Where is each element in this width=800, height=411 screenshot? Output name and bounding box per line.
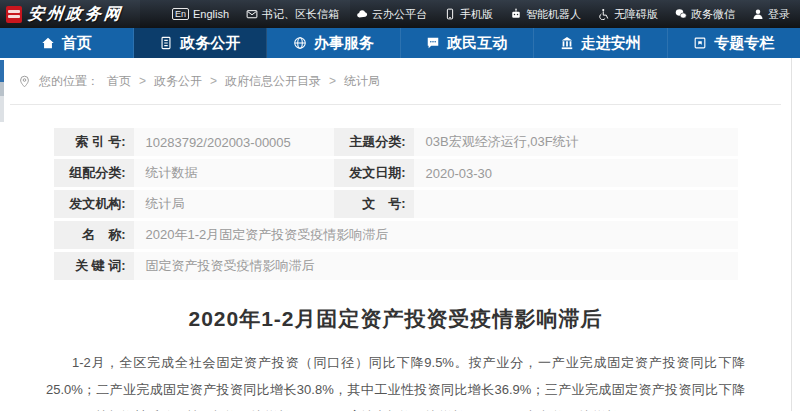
top-link-wechat[interactable]: 政务微信: [675, 7, 735, 22]
site-logo[interactable]: 安州政务网: [6, 4, 123, 25]
field-label: 名 称:: [54, 221, 134, 249]
page-body: 您的位置： 首页 > 政务公开 > 政府信息公开目录 > 统计局 索 引 号: …: [0, 58, 792, 411]
breadcrumb: 您的位置： 首页 > 政务公开 > 政府信息公开目录 > 统计局: [0, 58, 791, 104]
top-link-mailbox[interactable]: 书记、区长信箱: [246, 7, 339, 22]
nav-item-about-anzhou[interactable]: 走进安州: [534, 28, 668, 58]
field-value: 固定资产投资受疫情影响滞后: [134, 252, 738, 280]
table-row: 组配分类: 统计数据 发文日期: 2020-03-30: [54, 159, 738, 187]
field-value: 03B宏观经济运行,03F统计: [414, 128, 738, 156]
field-value: 统计数据: [134, 159, 334, 187]
breadcrumb-home[interactable]: 首页: [107, 73, 131, 90]
field-label: 发文日期:: [334, 159, 414, 187]
nav-item-special-columns[interactable]: 专题专栏: [668, 28, 800, 58]
mail-icon: [246, 8, 258, 20]
breadcrumb-gov-disclosure[interactable]: 政务公开: [154, 73, 202, 90]
breadcrumb-info-catalog[interactable]: 政府信息公开目录: [225, 73, 321, 90]
top-link-cloud-office[interactable]: 云办公平台: [356, 7, 427, 22]
home-icon: [41, 36, 55, 50]
field-label: 关 键 词:: [54, 252, 134, 280]
robot-icon: [510, 8, 522, 20]
top-link-mobile[interactable]: 手机版: [444, 7, 493, 22]
main-nav: 首页 政务公开 办事服务 政民互动 走进安州 专题专栏: [0, 28, 800, 58]
top-link-english[interactable]: En English: [172, 8, 229, 20]
info-table: 索 引 号: 10283792/202003-00005 主题分类: 03B宏观…: [54, 125, 738, 283]
top-link-robot[interactable]: 智能机器人: [510, 7, 581, 22]
field-label: 组配分类:: [54, 159, 134, 187]
phone-icon: [444, 8, 456, 20]
location-pin-icon: [18, 75, 31, 88]
field-value: [414, 190, 738, 218]
top-link-login[interactable]: 登录: [752, 7, 790, 22]
site-logo-text: 安州政务网: [27, 4, 124, 25]
banner-icon: [693, 36, 707, 50]
top-links: En English 书记、区长信箱 云办公平台 手机版 智能机器人 无障碍版 …: [172, 7, 790, 22]
article-card: 索 引 号: 10283792/202003-00005 主题分类: 03B宏观…: [10, 104, 781, 411]
user-icon: [752, 8, 764, 20]
nav-item-gov-disclosure[interactable]: 政务公开: [134, 28, 268, 58]
landmark-icon: [560, 36, 574, 50]
top-utility-bar: 安州政务网 En English 书记、区长信箱 云办公平台 手机版 智能机器人…: [0, 0, 800, 28]
chat-icon: [426, 36, 440, 50]
table-row: 索 引 号: 10283792/202003-00005 主题分类: 03B宏观…: [54, 128, 738, 156]
breadcrumb-prefix: 您的位置：: [39, 73, 99, 90]
left-edge-widget: [0, 60, 4, 122]
logo-badge-icon: [6, 6, 22, 23]
article-title: 2020年1-2月固定资产投资受疫情影响滞后: [10, 305, 781, 333]
accessibility-icon: [598, 8, 610, 20]
breadcrumb-statistics-bureau[interactable]: 统计局: [344, 73, 380, 90]
wechat-icon: [675, 8, 687, 20]
table-row: 关 键 词: 固定资产投资受疫情影响滞后: [54, 252, 738, 280]
field-value: 2020年1-2月固定资产投资受疫情影响滞后: [134, 221, 738, 249]
field-label: 发文机构:: [54, 190, 134, 218]
field-label: 主题分类:: [334, 128, 414, 156]
document-icon: [159, 36, 173, 50]
nav-item-home[interactable]: 首页: [0, 28, 134, 58]
field-value: 统计局: [134, 190, 334, 218]
table-row: 发文机构: 统计局 文 号:: [54, 190, 738, 218]
top-link-accessible[interactable]: 无障碍版: [598, 7, 658, 22]
table-row: 名 称: 2020年1-2月固定资产投资受疫情影响滞后: [54, 221, 738, 249]
field-label: 索 引 号:: [54, 128, 134, 156]
nav-item-interaction[interactable]: 政民互动: [401, 28, 535, 58]
field-value: 10283792/202003-00005: [134, 128, 334, 156]
en-icon: En: [172, 8, 189, 20]
cloud-icon: [356, 8, 368, 20]
field-label: 文 号:: [334, 190, 414, 218]
globe-icon: [293, 36, 307, 50]
article-body: 1-2月，全区完成全社会固定资产投资（同口径）同比下降9.5%。按产业分，一产业…: [46, 349, 745, 411]
field-value: 2020-03-30: [414, 159, 738, 187]
nav-item-services[interactable]: 办事服务: [267, 28, 401, 58]
